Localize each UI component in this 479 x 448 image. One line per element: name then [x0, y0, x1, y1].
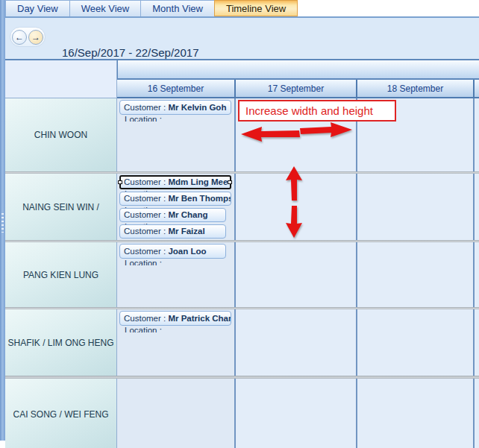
cell-naing-partial	[475, 174, 479, 240]
appointment[interactable]: Customer : Mr Ben Thompso Location :	[119, 192, 231, 208]
resource-row-pang-kien-lung: PANG KIEN LUNG Customer : Joan Loo Locat…	[5, 242, 479, 307]
appointment-selected[interactable]: Customer : Mdm Ling Mee K Location :	[119, 175, 231, 192]
customer-label: Customer :	[124, 103, 166, 112]
appointment[interactable]: Customer : Mr Chang Location :	[119, 208, 226, 224]
resource-label: NAING SEIN WIN /	[5, 174, 117, 240]
cell-caisong-17sep[interactable]	[236, 379, 357, 448]
customer-label: Customer :	[124, 177, 166, 186]
date-header-17sep[interactable]: 17 September	[236, 80, 357, 98]
resource-label: CAI SONG / WEI FENG	[5, 379, 117, 448]
location-label: Location :	[119, 115, 231, 122]
view-tabbar: Day View Week View Month View Timeline V…	[5, 0, 479, 18]
date-range-label: 16/Sep/2017 - 22/Sep/2017	[62, 46, 199, 59]
customer-label: Customer :	[124, 194, 166, 203]
cell-chinwoon-16sep[interactable]: Customer : Mr Kelvin Goh Location :	[117, 98, 236, 171]
annotation-arrow-right-icon	[300, 120, 352, 140]
cell-shafik-partial	[475, 309, 479, 376]
location-label: Location :	[119, 326, 231, 332]
cell-shafik-17sep[interactable]	[236, 309, 357, 376]
tab-day-view[interactable]: Day View	[5, 0, 70, 16]
customer-name: Joan Loo	[168, 247, 206, 256]
appointment[interactable]: Customer : Mr Faizal Location :	[119, 224, 226, 240]
resource-label: PANG KIEN LUNG	[5, 242, 117, 307]
scheduler-window: { "tabs": [ { "label": "Day View", "acti…	[0, 0, 479, 448]
splitter-handle[interactable]	[1, 213, 4, 233]
grid-body: CHIN WOON Customer : Mr Kelvin Goh Locat…	[5, 98, 479, 448]
appointment[interactable]: Customer : Mr Kelvin Goh Location :	[119, 100, 231, 122]
location-label: Location :	[119, 259, 226, 265]
left-arrow-icon: ←	[15, 32, 24, 42]
annotation-note: Increase width and height	[238, 100, 396, 122]
prev-week-button[interactable]: ←	[12, 30, 27, 45]
customer-name: Mr Kelvin Goh	[168, 103, 226, 112]
annotation-arrow-vertical-icon	[284, 166, 304, 238]
resource-label: SHAFIK / LIM ONG HENG	[5, 309, 117, 376]
customer-name: Mr Faizal	[168, 227, 204, 236]
date-nav-group: ← →	[10, 27, 46, 47]
annotation-arrow-left-icon	[241, 125, 301, 145]
resource-label: CHIN WOON	[5, 98, 117, 171]
cell-pang-16sep[interactable]: Customer : Joan Loo Location :	[117, 242, 236, 307]
date-toolbar: ← → 16/Sep/2017 - 22/Sep/2017	[5, 18, 479, 59]
customer-label: Customer :	[124, 247, 166, 256]
cell-pang-partial	[475, 242, 479, 307]
resource-row-shafik-lim-ong-heng: SHAFIK / LIM ONG HENG Customer : Mr Patr…	[5, 309, 479, 376]
cell-naing-16sep[interactable]: Customer : Mdm Ling Mee K Location : Cus…	[117, 174, 236, 240]
date-header-16sep[interactable]: 16 September	[117, 80, 236, 98]
resource-row-cai-song-wei-feng: CAI SONG / WEI FENG	[5, 379, 479, 448]
resource-row-naing-sein-win: NAING SEIN WIN / Customer : Mdm Ling Mee…	[5, 174, 479, 240]
tab-month-view[interactable]: Month View	[140, 0, 215, 16]
resize-handle-left[interactable]	[118, 180, 122, 184]
date-header-partial	[475, 80, 479, 98]
cell-pang-18sep[interactable]	[357, 242, 475, 307]
date-header-row: 16 September 17 September 18 September	[117, 80, 479, 98]
customer-name: Mr Patrick Chan	[168, 314, 231, 323]
customer-label: Customer :	[124, 314, 166, 323]
right-arrow-icon: →	[31, 32, 40, 42]
customer-label: Customer :	[124, 210, 166, 219]
tab-timeline-view[interactable]: Timeline View	[214, 0, 298, 16]
cell-naing-18sep[interactable]	[357, 174, 475, 240]
customer-name: Mr Chang	[168, 210, 207, 219]
cell-caisong-partial	[475, 379, 479, 448]
customer-name: Mdm Ling Mee K	[168, 177, 231, 186]
customer-label: Customer :	[124, 227, 166, 236]
date-header-18sep[interactable]: 18 September	[357, 80, 475, 98]
location-label: Location :	[119, 239, 226, 240]
resize-handle-right[interactable]	[228, 180, 232, 184]
appointment[interactable]: Customer : Mr Patrick Chan Location :	[119, 311, 231, 332]
vertical-splitter[interactable]	[0, 0, 5, 441]
group-header-band	[117, 60, 479, 80]
grid-corner-cell	[5, 60, 117, 98]
cell-shafik-16sep[interactable]: Customer : Mr Patrick Chan Location :	[117, 309, 236, 376]
appointment[interactable]: Customer : Joan Loo Location :	[119, 244, 226, 265]
customer-name: Mr Ben Thompso	[168, 194, 231, 203]
cell-chinwoon-partial	[475, 98, 479, 171]
next-week-button[interactable]: →	[28, 30, 43, 45]
cell-pang-17sep[interactable]	[236, 242, 357, 307]
cell-shafik-18sep[interactable]	[357, 309, 475, 376]
cell-caisong-18sep[interactable]	[357, 379, 475, 448]
cell-caisong-16sep[interactable]	[117, 379, 236, 448]
tab-week-view[interactable]: Week View	[69, 0, 142, 16]
